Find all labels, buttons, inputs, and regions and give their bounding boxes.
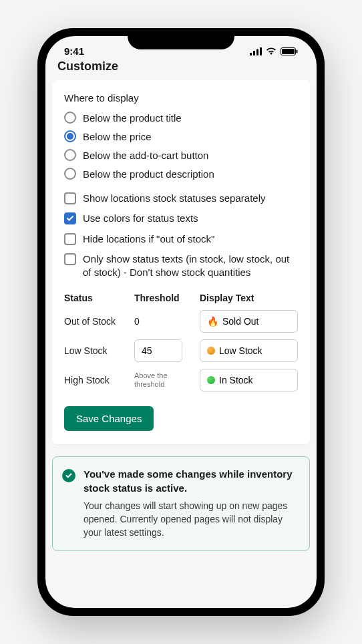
wifi-icon bbox=[266, 47, 277, 55]
checkbox-icon bbox=[64, 233, 76, 245]
fire-icon: 🔥 bbox=[207, 316, 218, 327]
checkbox-icon bbox=[64, 192, 76, 204]
phone-frame: 9:41 Customize Where to display Below th… bbox=[37, 28, 325, 616]
row-label-out-of-stock: Out of Stock bbox=[64, 316, 128, 327]
phone-screen: 9:41 Customize Where to display Below th… bbox=[45, 36, 317, 608]
status-icons bbox=[250, 47, 298, 55]
svg-rect-0 bbox=[250, 53, 252, 55]
checkbox-label: Hide locations if "out of stock" bbox=[83, 232, 214, 246]
banner-body: Your changes will start showing up on ne… bbox=[83, 499, 299, 540]
radio-label: Below the product description bbox=[83, 168, 214, 180]
options-checkbox-group: Show locations stock statuses separately… bbox=[64, 192, 298, 279]
orange-dot-icon bbox=[207, 347, 215, 355]
svg-rect-6 bbox=[297, 49, 298, 53]
save-changes-button[interactable]: Save Changes bbox=[64, 406, 154, 431]
display-text-low-stock[interactable]: Low Stock bbox=[200, 339, 298, 362]
green-dot-icon bbox=[207, 376, 215, 384]
banner-content: You've made some changes while inventory… bbox=[83, 468, 299, 539]
checkbox-use-colors[interactable]: Use colors for status texts bbox=[64, 212, 298, 225]
display-text-value: Sold Out bbox=[222, 316, 258, 327]
checkbox-show-locations-separately[interactable]: Show locations stock statuses separately bbox=[64, 192, 298, 205]
threshold-out-of-stock: 0 bbox=[134, 316, 193, 327]
display-text-high-stock[interactable]: In Stock bbox=[200, 369, 298, 391]
success-banner: You've made some changes while inventory… bbox=[52, 456, 310, 550]
status-time: 9:41 bbox=[64, 45, 84, 57]
display-text-value: In Stock bbox=[219, 375, 253, 385]
th-display-text: Display Text bbox=[200, 293, 298, 303]
radio-label: Below the add-to-cart button bbox=[83, 150, 208, 161]
checkbox-label: Show locations stock statuses separately bbox=[83, 192, 265, 205]
th-status: Status bbox=[64, 293, 128, 303]
radio-label: Below the price bbox=[83, 131, 152, 142]
row-label-high-stock: High Stock bbox=[64, 375, 128, 385]
radio-below-description[interactable]: Below the product description bbox=[64, 168, 298, 180]
svg-rect-1 bbox=[253, 51, 255, 55]
settings-card: Where to display Below the product title… bbox=[52, 80, 310, 444]
checkbox-only-status-texts[interactable]: Only show status texts (in stock, low st… bbox=[64, 253, 298, 280]
battery-icon bbox=[281, 47, 298, 55]
radio-below-add-to-cart[interactable]: Below the add-to-cart button bbox=[64, 149, 298, 161]
radio-label: Below the product title bbox=[83, 112, 182, 124]
radio-icon bbox=[64, 149, 76, 161]
where-to-display-title: Where to display bbox=[64, 92, 298, 104]
checkbox-hide-out-of-stock[interactable]: Hide locations if "out of stock" bbox=[64, 232, 298, 246]
checkbox-label: Use colors for status texts bbox=[83, 212, 198, 225]
radio-below-product-title[interactable]: Below the product title bbox=[64, 112, 298, 124]
display-text-value: Low Stock bbox=[219, 345, 262, 356]
threshold-high-stock: Above the threshold bbox=[134, 371, 193, 389]
cellular-icon bbox=[250, 47, 262, 55]
checkbox-icon bbox=[64, 212, 76, 224]
content-scroll[interactable]: Where to display Below the product title… bbox=[45, 80, 317, 605]
display-text-out-of-stock[interactable]: 🔥 Sold Out bbox=[200, 310, 298, 333]
banner-title: You've made some changes while inventory… bbox=[83, 468, 299, 495]
th-threshold: Threshold bbox=[134, 293, 193, 303]
page-title: Customize bbox=[45, 59, 317, 80]
threshold-input-low-stock[interactable] bbox=[134, 339, 182, 362]
radio-icon bbox=[64, 168, 76, 180]
phone-notch bbox=[128, 28, 234, 49]
checkbox-label: Only show status texts (in stock, low st… bbox=[83, 253, 298, 280]
status-table: Status Threshold Display Text Out of Sto… bbox=[64, 293, 298, 391]
radio-icon bbox=[64, 112, 76, 124]
svg-rect-2 bbox=[256, 49, 258, 55]
radio-below-price[interactable]: Below the price bbox=[64, 130, 298, 142]
where-to-display-radio-group: Below the product title Below the price … bbox=[64, 112, 298, 180]
row-label-low-stock: Low Stock bbox=[64, 345, 128, 356]
svg-rect-5 bbox=[282, 49, 295, 54]
svg-rect-3 bbox=[260, 47, 262, 55]
checkbox-icon bbox=[64, 253, 76, 265]
radio-icon bbox=[64, 130, 76, 142]
check-circle-icon bbox=[62, 469, 75, 482]
